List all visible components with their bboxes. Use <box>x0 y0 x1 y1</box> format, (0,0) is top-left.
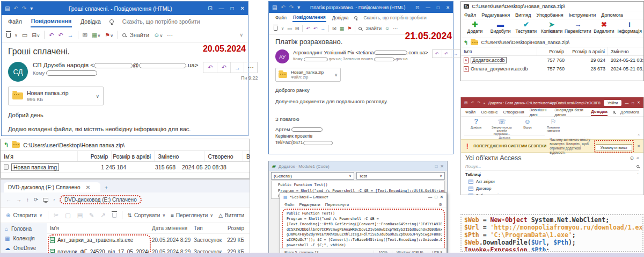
close-icon[interactable]: ✕ <box>440 164 444 169</box>
extract-button[interactable]: ▬Видобути <box>488 20 514 34</box>
move-button[interactable]: →Перемістити <box>565 20 591 34</box>
file-name[interactable]: Новая папка.img <box>11 163 59 171</box>
people-icon[interactable]: ☺ <box>385 26 390 31</box>
maximize-icon[interactable]: □ <box>632 101 634 105</box>
avatar[interactable]: СД <box>8 62 28 82</box>
copy-icon[interactable]: ▢ <box>65 212 70 219</box>
flag-icon[interactable]: ⚑ <box>347 26 352 31</box>
popout-icon[interactable]: ⊡ <box>208 5 212 11</box>
info-button[interactable]: iІнформація <box>617 20 642 34</box>
col-type[interactable]: Тип <box>191 225 223 231</box>
tab-message[interactable]: Повідомлення <box>292 13 326 22</box>
attachment-card[interactable]: Новая_папка.zip Файл: zip ∨ <box>275 68 341 82</box>
collapse-ribbon-icon[interactable]: ∨ <box>239 32 243 38</box>
tab-create[interactable]: Створення <box>503 110 524 115</box>
tab-external-data[interactable]: Зовнішні дані <box>530 108 549 117</box>
table-item[interactable]: Акт звірки <box>461 178 643 185</box>
col-name[interactable]: Ім'я <box>461 47 537 55</box>
move-icon[interactable]: ⊟ <box>295 26 299 31</box>
tellme-label[interactable]: Скажіть, що потрібно зробити <box>122 18 200 25</box>
group-expand-icon[interactable]: ⌃ <box>636 173 639 176</box>
flag-icon[interactable]: ⚑∨ <box>105 32 113 39</box>
archive-icon[interactable]: ▭ <box>287 26 292 31</box>
tab-help[interactable]: Довідка <box>332 15 349 20</box>
up-level-icon[interactable]: ↰ <box>4 141 9 148</box>
title-bar[interactable]: ▤↶↷▾ Платіж розраховано. - Повідомлення … <box>269 2 453 13</box>
archive-path[interactable]: C:\Users\user\Desktop\Новая папка.zip\ <box>23 142 125 148</box>
attachment-card[interactable]: Новая папка.zip 996 КБ ∨ <box>8 87 104 105</box>
sort-button[interactable]: ⇅Сортувати∨ <box>127 212 165 218</box>
add-button[interactable]: ✚Додати <box>462 20 488 34</box>
forward-icon[interactable]: → <box>230 62 244 73</box>
settings-gear-icon[interactable]: ⚙ <box>438 202 442 207</box>
reply-all-icon[interactable]: ↶ <box>442 50 451 58</box>
col-accessed[interactable]: Відк <box>243 153 250 160</box>
tab-close-icon[interactable]: ✕ <box>86 184 90 190</box>
powershell-snippet[interactable]: $Web = New-Object System.Net.WebClient;$… <box>460 214 643 252</box>
close-icon[interactable]: ✕ <box>446 5 450 10</box>
menu-favorites[interactable]: Уподобання <box>537 12 564 18</box>
reply-all-icon[interactable]: ↶ <box>58 32 63 39</box>
forward-icon[interactable]: → <box>451 50 460 58</box>
group-tables[interactable]: Таблиці <box>465 172 481 177</box>
qat-customize-icon[interactable]: ▾ <box>484 101 485 105</box>
new-tab-icon[interactable]: + <box>105 185 108 192</box>
view-button[interactable]: ≡Переглянути∨ <box>171 212 213 218</box>
more-actions-icon[interactable]: ⋯ <box>244 62 257 73</box>
enable-content-button[interactable]: Увімкнути вміст <box>596 144 632 151</box>
reply-icon[interactable]: ↶ <box>306 26 310 31</box>
col-packed[interactable]: Розмір в архіві <box>567 47 608 55</box>
more-commands-icon[interactable]: ⋯ <box>167 32 173 39</box>
col-packed[interactable]: Розмір в архіві <box>112 151 155 161</box>
delete-icon[interactable] <box>6 33 11 38</box>
object-dropdown[interactable]: (General)∨ <box>271 172 354 180</box>
up-icon[interactable]: ↑ <box>26 197 29 203</box>
delete-icon[interactable] <box>112 213 116 218</box>
table-item[interactable]: Договор <box>461 185 643 192</box>
attachment-dropdown-icon[interactable]: ∨ <box>334 73 338 77</box>
popout-icon[interactable]: ⊡ <box>415 5 419 10</box>
title-bar[interactable]: ▤ ↶ ↷ ▾ Гроші сплачені. - Повідомлення (… <box>2 2 248 15</box>
avatar[interactable]: АУ <box>275 49 289 63</box>
qat-customize-icon[interactable]: ▾ <box>30 5 33 11</box>
procedure-dropdown[interactable]: Test∨ <box>356 172 445 180</box>
up-level-icon[interactable]: ↰ <box>464 40 468 46</box>
reply-icon[interactable]: ↶ <box>203 62 217 73</box>
menu-help[interactable]: Допомога <box>601 12 623 18</box>
col-modified[interactable]: Дата змінення <box>149 225 191 231</box>
save-icon[interactable]: ▤ <box>272 4 277 10</box>
copy-button[interactable]: ➤Копіювати <box>539 20 565 34</box>
col-size[interactable]: Розмір <box>223 225 247 231</box>
forward-icon[interactable]: → <box>68 32 74 38</box>
menu-file[interactable]: Файл <box>284 202 294 207</box>
pane-collapse-icon[interactable]: « <box>636 155 639 161</box>
find-label[interactable]: Знайти <box>365 26 382 31</box>
menu-file[interactable]: Файл <box>464 12 476 18</box>
sidebar-item-onedrive[interactable]: ☁OneDrive <box>5 245 47 251</box>
archive-path[interactable]: C:\Users\user\Desktop\Новая_папка.zip\ <box>481 40 569 45</box>
save-icon[interactable]: ▤ <box>5 5 10 11</box>
attachment-dropdown-icon[interactable]: ∨ <box>96 94 99 99</box>
maximize-icon[interactable]: □ <box>437 5 440 10</box>
cut-icon[interactable]: ✂ <box>54 212 58 219</box>
save-icon[interactable]: ▤ <box>464 101 467 105</box>
col-modified[interactable]: Змінено <box>155 151 204 161</box>
tab-home[interactable]: Основне <box>481 110 497 115</box>
test-button[interactable]: ✔Тестувати <box>513 20 539 34</box>
menu-view[interactable]: Вигляд <box>515 12 531 18</box>
reply-all-icon[interactable]: ↶ <box>313 26 318 31</box>
reply-icon[interactable]: ↶ <box>49 32 54 39</box>
tab-help[interactable]: Довідка <box>591 108 608 116</box>
tab-message[interactable]: Повідомлення <box>31 16 72 27</box>
pane-settings-icon[interactable]: ⊙ <box>630 155 634 161</box>
tab-assist[interactable]: Допомога <box>620 110 639 115</box>
extract-button[interactable]: △Витягти <box>218 212 244 218</box>
col-name[interactable]: Ім'я <box>47 225 149 231</box>
reply-icon[interactable]: ↶ <box>433 50 442 58</box>
minimize-icon[interactable]: — <box>426 5 430 10</box>
mail-icon[interactable]: ✉ <box>332 26 336 31</box>
minimize-icon[interactable]: — <box>625 101 628 105</box>
more-commands-icon[interactable]: ⋯ <box>393 26 398 31</box>
tab-file[interactable]: Файл <box>8 18 22 25</box>
table-row[interactable]: Оплата_документи.accdb 757 760 28 673 20… <box>461 65 643 73</box>
